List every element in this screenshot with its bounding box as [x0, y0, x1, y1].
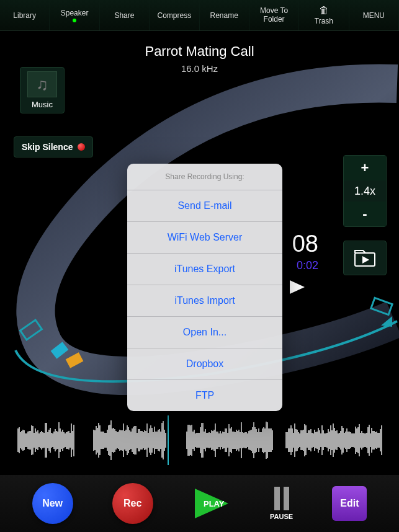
- playhead[interactable]: [168, 415, 169, 465]
- svg-rect-4: [371, 298, 392, 314]
- share-option-open-in[interactable]: Open In...: [127, 317, 282, 348]
- share-option-email[interactable]: Send E-mail: [127, 190, 282, 222]
- share-button[interactable]: Share: [100, 0, 150, 30]
- minus-icon: -: [362, 206, 367, 222]
- label: PAUSE: [270, 513, 293, 520]
- label: New: [42, 498, 63, 509]
- label: MENU: [363, 11, 385, 20]
- svg-marker-6: [362, 256, 369, 264]
- time-display: 08: [292, 231, 318, 257]
- pause-button[interactable]: PAUSE: [270, 487, 293, 520]
- svg-rect-2: [51, 342, 69, 358]
- new-button[interactable]: New: [32, 483, 73, 524]
- play-button[interactable]: PLAY: [192, 487, 231, 520]
- label: Compress: [157, 11, 191, 20]
- label: iTunes Import: [174, 295, 235, 306]
- play-marker-icon: [290, 280, 306, 296]
- recording-title: Parrot Mating Call: [0, 43, 399, 60]
- label: FTP: [195, 390, 214, 401]
- music-category-button[interactable]: ♫ Music: [20, 67, 65, 113]
- label: Share: [114, 11, 134, 20]
- label: Trash: [315, 17, 333, 25]
- pause-icon: [274, 487, 289, 510]
- share-option-ftp[interactable]: FTP: [127, 380, 282, 411]
- svg-text:PLAY: PLAY: [204, 499, 225, 508]
- label: Rec: [123, 498, 141, 509]
- edit-button[interactable]: Edit: [332, 486, 367, 521]
- trash-button[interactable]: 🗑 Trash: [299, 0, 349, 30]
- speaker-button[interactable]: Speaker: [50, 0, 99, 30]
- share-popup-header: Share Recording Using:: [127, 164, 282, 190]
- time-sub-display: 0:02: [297, 259, 318, 272]
- label: Move To Folder: [260, 7, 288, 23]
- speaker-indicator-icon: [73, 19, 76, 22]
- trash-icon: 🗑: [319, 5, 329, 16]
- label: Open In...: [183, 327, 226, 337]
- rename-button[interactable]: Rename: [200, 0, 249, 30]
- svg-marker-7: [290, 280, 305, 294]
- share-option-wifi[interactable]: WiFi Web Server: [127, 222, 282, 254]
- label: Library: [13, 11, 36, 20]
- folder-button[interactable]: [343, 241, 387, 275]
- speed-value: 1.4x: [344, 180, 386, 202]
- label: Rename: [210, 11, 238, 20]
- record-indicator-icon: [78, 143, 85, 151]
- plus-icon: +: [361, 160, 369, 176]
- play-icon: PLAY: [192, 487, 231, 520]
- bottom-bar: New Rec PLAY PAUSE Edit: [0, 475, 399, 532]
- label: WiFi Web Server: [168, 232, 243, 242]
- share-popup: Share Recording Using: Send E-mail WiFi …: [127, 164, 282, 411]
- label: Edit: [340, 498, 359, 509]
- label: Send E-mail: [177, 200, 231, 211]
- record-button[interactable]: Rec: [112, 483, 153, 524]
- speed-decrease-button[interactable]: -: [344, 202, 386, 226]
- move-to-folder-button[interactable]: Move To Folder: [249, 0, 299, 30]
- skip-silence-toggle[interactable]: Skip Silence: [14, 136, 93, 157]
- label: iTunes Export: [174, 264, 235, 274]
- svg-marker-0: [381, 316, 392, 327]
- share-option-itunes-export[interactable]: iTunes Export: [127, 254, 282, 285]
- top-toolbar: Library Speaker Share Compress Rename Mo…: [0, 0, 399, 31]
- label: Dropbox: [186, 358, 223, 369]
- skip-silence-label: Skip Silence: [22, 142, 73, 152]
- speed-increase-button[interactable]: +: [344, 156, 386, 180]
- compress-button[interactable]: Compress: [150, 0, 199, 30]
- music-icon: ♫: [27, 71, 57, 97]
- share-option-itunes-import[interactable]: iTunes Import: [127, 285, 282, 317]
- waveform-display[interactable]: [0, 415, 399, 465]
- svg-rect-3: [66, 352, 84, 368]
- speed-panel: + 1.4x -: [343, 155, 387, 227]
- library-button[interactable]: Library: [0, 0, 50, 30]
- label: Speaker: [61, 9, 89, 17]
- music-label: Music: [23, 100, 61, 109]
- share-option-dropbox[interactable]: Dropbox: [127, 348, 282, 380]
- folder-play-icon: [354, 249, 375, 267]
- svg-rect-1: [20, 320, 42, 340]
- menu-button[interactable]: MENU: [349, 0, 399, 30]
